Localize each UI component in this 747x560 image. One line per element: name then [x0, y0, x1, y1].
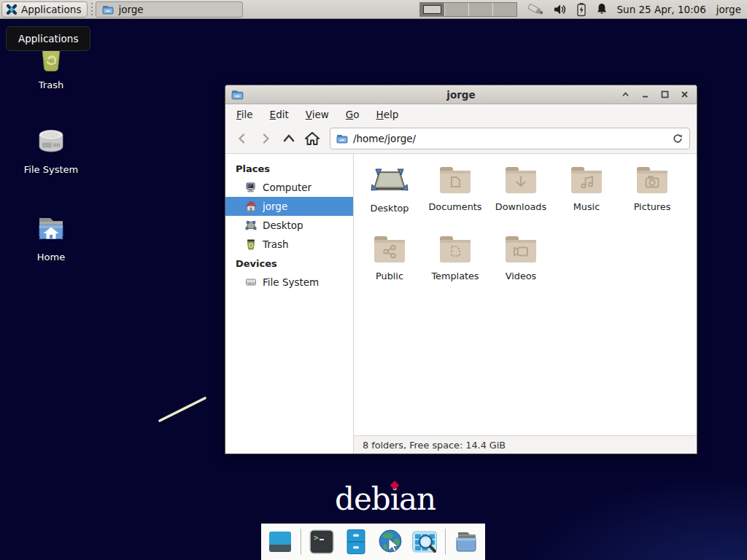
- sidebar-item-label: File System: [263, 276, 319, 288]
- up-button[interactable]: [279, 128, 299, 149]
- folder-icon: [102, 4, 114, 15]
- toolbar: /home/jorge/: [225, 124, 697, 154]
- taskbar-button-label: jorge: [118, 4, 143, 15]
- file-label: Desktop: [371, 203, 409, 214]
- sidebar-item-label: jorge: [263, 201, 287, 212]
- workspace-3[interactable]: [468, 3, 492, 16]
- menu-view[interactable]: View: [306, 109, 329, 120]
- menu-edit[interactable]: Edit: [270, 109, 289, 120]
- battery-icon[interactable]: [576, 2, 587, 17]
- desktop-icon-file-system[interactable]: File System: [7, 124, 95, 175]
- home-button[interactable]: [302, 128, 322, 149]
- home-icon: [245, 201, 257, 212]
- svg-text:>: >: [314, 533, 319, 542]
- file-label: Videos: [506, 271, 537, 281]
- workspace-switcher[interactable]: [419, 2, 517, 17]
- panel-handle[interactable]: [89, 3, 94, 16]
- panel-username[interactable]: jorge: [716, 4, 741, 15]
- sidebar-item-label: Computer: [263, 182, 311, 193]
- directory-menu-launcher[interactable]: [452, 528, 480, 556]
- file-label: Templates: [431, 271, 479, 281]
- maximize-button[interactable]: [659, 88, 671, 101]
- workspace-1[interactable]: [420, 3, 444, 16]
- top-panel: Applications jorge: [0, 0, 747, 19]
- sidebar-item-jorge[interactable]: jorge: [225, 197, 353, 216]
- workspace-2[interactable]: [444, 3, 468, 16]
- system-tray: [526, 2, 608, 17]
- minimize-button[interactable]: [639, 88, 651, 101]
- reload-icon[interactable]: [672, 133, 684, 144]
- videos-folder-icon: [503, 233, 538, 267]
- workspace-4[interactable]: [492, 3, 516, 16]
- hard-drive-icon: [34, 124, 69, 159]
- statusbar-text: 8 folders, Free space: 14.4 GiB: [363, 440, 506, 451]
- notifications-bell-icon[interactable]: [595, 2, 608, 16]
- application-finder-icon: [411, 528, 438, 556]
- close-button[interactable]: [678, 88, 691, 101]
- hard-drive-icon: [245, 276, 257, 288]
- forward-button[interactable]: [255, 128, 276, 149]
- show-desktop-launcher[interactable]: [266, 528, 294, 556]
- downloads-folder-icon: [503, 164, 538, 198]
- menu-go[interactable]: Go: [346, 109, 360, 120]
- file-label: Music: [573, 201, 600, 212]
- web-browser-launcher[interactable]: [376, 528, 404, 556]
- file-item-videos[interactable]: Videos: [488, 233, 554, 303]
- location-path[interactable]: /home/jorge/: [353, 133, 667, 144]
- dock-separator: [445, 529, 446, 555]
- workspace-window-preview: [423, 5, 441, 14]
- public-folder-icon: [372, 233, 407, 267]
- statusbar: 8 folders, Free space: 14.4 GiB: [354, 435, 697, 454]
- applications-menu-icon: [6, 4, 18, 15]
- sidebar-item-computer[interactable]: Computer: [225, 178, 353, 197]
- applications-menu-button[interactable]: Applications: [1, 1, 88, 18]
- panel-clock[interactable]: Sun 25 Apr, 10:06: [617, 4, 706, 15]
- music-folder-icon: [569, 164, 604, 198]
- show-desktop-icon: [266, 528, 294, 556]
- window-titlebar[interactable]: jorge: [225, 85, 697, 104]
- file-grid: Desktop Documents: [354, 154, 697, 435]
- desktop-icon-label: Home: [37, 252, 65, 262]
- desktop-icon-home[interactable]: Home: [7, 211, 95, 262]
- terminal-icon: >: [308, 528, 336, 556]
- sidebar-item-label: Desktop: [263, 219, 303, 231]
- bottom-dock: >: [261, 524, 485, 560]
- sidebar-header-places: Places: [225, 159, 353, 178]
- file-item-pictures[interactable]: Pictures: [619, 164, 685, 233]
- sidebar-item-trash[interactable]: Trash: [225, 235, 353, 254]
- sidebar-item-desktop[interactable]: Desktop: [225, 216, 353, 235]
- volume-icon[interactable]: [553, 3, 568, 16]
- applications-menu-label: Applications: [21, 4, 81, 15]
- sidebar-item-file-system[interactable]: File System: [225, 273, 353, 292]
- shade-button[interactable]: [619, 88, 632, 101]
- file-item-downloads[interactable]: Downloads: [488, 164, 554, 233]
- location-bar[interactable]: /home/jorge/: [330, 128, 690, 149]
- web-browser-globe-icon: [376, 528, 404, 556]
- dock-separator: [301, 529, 301, 555]
- application-finder-launcher[interactable]: [411, 528, 438, 556]
- file-label: Pictures: [634, 201, 671, 212]
- file-item-templates[interactable]: Templates: [422, 233, 488, 303]
- file-item-documents[interactable]: Documents: [422, 164, 488, 233]
- file-manager-window: jorge File Edit View Go Help: [225, 85, 697, 454]
- stylus-tool-icon[interactable]: [526, 2, 545, 17]
- home-folder-icon: [34, 211, 69, 246]
- directory-folder-icon: [452, 528, 480, 556]
- file-item-music[interactable]: Music: [554, 164, 619, 233]
- menu-help[interactable]: Help: [376, 109, 399, 120]
- applications-tooltip: Applications: [6, 26, 90, 51]
- desktop-icon-label: File System: [24, 164, 78, 175]
- desktop-icon-label: Trash: [39, 79, 63, 90]
- file-item-desktop[interactable]: Desktop: [357, 164, 422, 233]
- pictures-folder-icon: [635, 164, 670, 198]
- file-item-public[interactable]: Public: [357, 233, 422, 303]
- file-manager-launcher[interactable]: [342, 528, 370, 556]
- file-label: Documents: [429, 201, 482, 212]
- taskbar-button-jorge[interactable]: jorge: [96, 1, 243, 18]
- menu-file[interactable]: File: [236, 109, 253, 120]
- folder-icon: [336, 133, 348, 144]
- terminal-launcher[interactable]: >: [308, 528, 336, 556]
- trash-icon: [245, 238, 257, 250]
- back-button[interactable]: [232, 128, 252, 149]
- desktop-icon: [370, 164, 409, 199]
